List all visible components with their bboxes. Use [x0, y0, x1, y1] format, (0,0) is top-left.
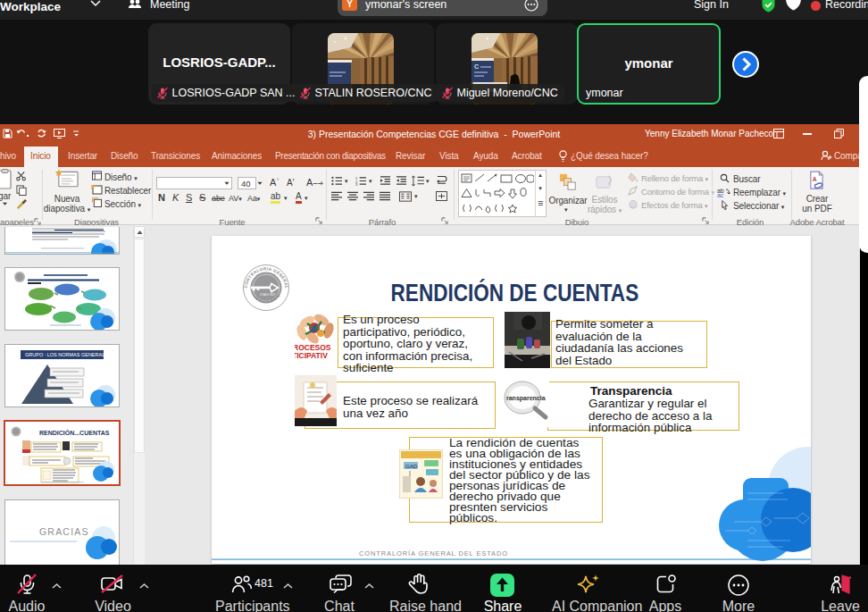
- svg-text:TICIPATIV: TICIPATIV: [295, 351, 328, 360]
- svg-text:C: C: [474, 63, 479, 70]
- svg-text:A: A: [813, 176, 817, 182]
- svg-text:ac: ac: [717, 192, 724, 197]
- svg-text:ransparencia: ransparencia: [506, 395, 546, 402]
- svg-text:3: 3: [355, 182, 358, 186]
- svg-text:GAD: GAD: [405, 464, 418, 469]
- svg-text:RENDICIÓN...CUENTAS: RENDICIÓN...CUENTAS: [39, 429, 110, 436]
- svg-text:GRUPO : LOS NORMAS GENERALES (: GRUPO : LOS NORMAS GENERALES (4): [25, 352, 119, 357]
- svg-text:GRACIAS: GRACIAS: [39, 526, 89, 537]
